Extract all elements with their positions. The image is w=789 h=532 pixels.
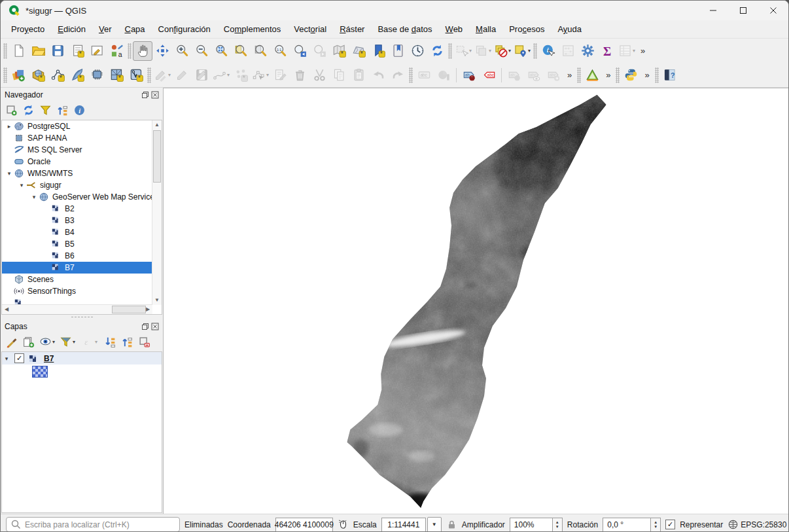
browser-float-button[interactable] [141,91,149,99]
undo-button[interactable] [368,65,388,85]
scroll-up-arrow[interactable]: ▲ [152,120,162,130]
menu-complementos[interactable]: Complementos [217,22,287,37]
manage-map-themes-button[interactable]: ▾ [39,336,55,348]
unplaced-labels-button[interactable]: abc [479,65,499,85]
identify-features-button[interactable]: i [538,41,558,61]
browser-item-oracle[interactable]: Oracle [2,156,152,168]
menu-proyecto[interactable]: Proyecto [5,22,51,37]
magnifier-value[interactable]: 100% [510,518,553,532]
panel-splitter[interactable] [1,315,163,319]
menu-vectorial[interactable]: Vectorial [287,22,333,37]
browser-horizontal-scrollbar[interactable]: ◀ ▶ [2,304,152,314]
filter-by-expression-button[interactable]: ε▾ [80,332,99,352]
maximize-button[interactable] [728,1,758,20]
browser-close-button[interactable] [151,91,159,99]
menu-malla[interactable]: Malla [469,22,502,37]
statistical-summary-button[interactable] [558,41,578,61]
browser-item-b6[interactable]: B6 [2,250,152,262]
browser-item-sensorthings[interactable]: SensorThings [2,285,152,297]
toolbar-overflow-button[interactable]: » [563,70,576,80]
menu-configuración[interactable]: Configuración [152,22,217,37]
browser-item-wms-wmts[interactable]: ▾WMS/WMTS [2,168,152,179]
dropdown-arrow-icon[interactable]: ▾ [633,48,635,54]
mouse-position-icon[interactable] [338,519,349,530]
toolbar-grip[interactable] [3,67,7,83]
collapse-all-button[interactable] [56,104,69,116]
add-record-button[interactable]: * [231,65,251,85]
expander-icon[interactable]: ▸ [5,123,14,130]
toolbar-overflow-button[interactable]: » [602,70,614,80]
zoom-native-button[interactable]: 1:1 [270,41,290,61]
toolbar-grip[interactable] [128,43,132,59]
digitize-segment-button[interactable]: ▾ [211,65,231,85]
filter-browser-button[interactable] [39,104,52,116]
browser-vertical-scrollbar[interactable]: ▲ ▼ [152,120,162,305]
deselect-all-button[interactable]: ▾ [493,41,512,61]
toolbar-grip[interactable] [577,67,581,83]
select-features-button[interactable]: ▾ [453,41,473,61]
filter-legend-button[interactable]: ▾ [60,336,75,348]
show-bookmarks-button[interactable] [388,41,408,61]
paste-features-button[interactable] [349,65,368,85]
menu-ráster[interactable]: Ráster [333,22,371,37]
refresh-map-button[interactable] [427,41,447,61]
menu-ayuda[interactable]: Ayuda [551,22,588,37]
layer-row-b7[interactable]: ▾ ✓ B7 [2,352,162,364]
new-map-view-button[interactable]: * [329,41,349,61]
menu-base-de-datos[interactable]: Base de datos [371,22,438,37]
copy-features-button[interactable] [329,65,349,85]
zoom-next-button[interactable] [309,41,329,61]
dropdown-arrow-icon[interactable]: ▾ [489,48,491,54]
browser-item-geoserver-web-map-service[interactable]: ▾GeoServer Web Map Service [2,191,152,203]
browser-item-scenes[interactable]: Scenes [2,274,152,285]
open-layer-styling-button[interactable] [5,336,18,348]
toolbar-grip[interactable] [616,67,620,83]
toolbar-grip[interactable] [409,67,413,83]
zoom-out-button[interactable] [192,41,211,61]
layer-diagram-button[interactable] [434,65,453,85]
close-button[interactable] [758,1,788,20]
layer-expander-icon[interactable]: ▾ [2,355,11,362]
zoom-last-button[interactable] [290,41,309,61]
delete-selected-button[interactable] [290,65,309,85]
scroll-thumb[interactable] [112,306,146,313]
new-project-button[interactable] [9,41,28,61]
browser-item-sigugr[interactable]: ▾sigugr [2,179,152,191]
python-console-button[interactable] [621,65,640,85]
browser-item-b2[interactable]: B2 [2,203,152,215]
redo-button[interactable] [388,65,408,85]
toolbar-overflow-button[interactable]: » [637,46,649,56]
lock-scale-icon[interactable] [446,519,457,530]
toolbar-overflow-button[interactable]: » [640,70,653,80]
menu-web[interactable]: Web [439,22,470,37]
toolbar-grip[interactable] [533,43,537,59]
new-spatial-bookmark-button[interactable]: * [368,41,388,61]
cut-features-button[interactable] [309,65,329,85]
open-project-button[interactable] [28,41,48,61]
new-3d-map-view-button[interactable]: * [349,41,368,61]
new-gpx-layer-button[interactable]: * [107,65,126,85]
map-canvas[interactable] [163,88,788,514]
expander-icon[interactable]: ▾ [5,170,14,177]
browser-item-b3[interactable]: B3 [2,215,152,226]
dropdown-arrow-icon[interactable]: ▾ [168,72,171,78]
zoom-full-button[interactable] [211,41,231,61]
browser-item-sap-hana[interactable]: SAP HANA [2,132,152,144]
invert-selection-button[interactable]: ▾ [473,41,493,61]
add-selected-layers-button[interactable] [5,104,18,116]
collapse-all-button[interactable] [121,336,133,348]
new-virtual-layer-button[interactable]: * [126,65,146,85]
save-layer-edits-button[interactable] [192,65,211,85]
toolbar-grip[interactable] [448,43,452,59]
browser-item-b4[interactable]: B4 [2,226,152,238]
expand-all-button[interactable] [104,336,116,348]
save-project-button[interactable] [48,41,67,61]
dropdown-arrow-icon[interactable]: ▾ [95,339,97,345]
rotation-spinbox[interactable]: 0,0 ° ▲▼ [603,518,661,532]
pin-labels-button[interactable]: ab [459,65,479,85]
new-spatialite-layer-button[interactable]: * [67,65,87,85]
dropdown-arrow-icon[interactable]: ▾ [227,72,230,78]
layer-labeling-button[interactable]: abc [414,65,434,85]
menu-capa[interactable]: Capa [118,22,151,37]
help-button[interactable]: ? [660,65,680,85]
